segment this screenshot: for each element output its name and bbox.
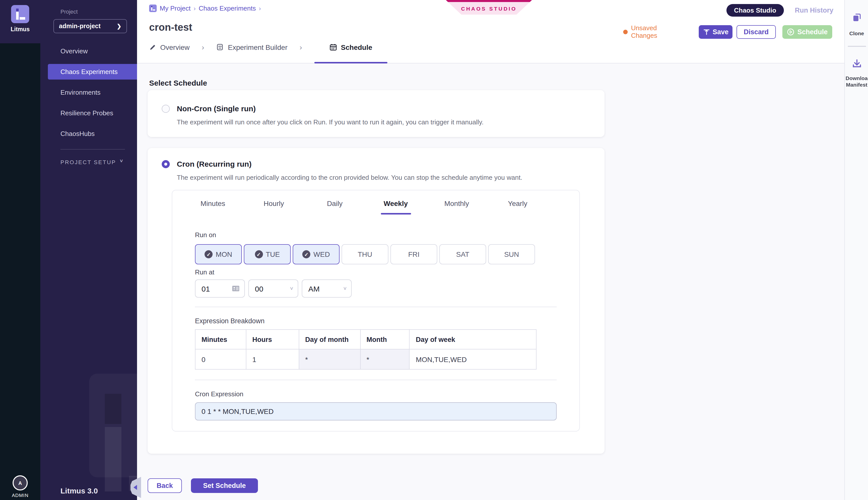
day-button-wed[interactable]: ✓ WED (293, 244, 340, 264)
expression-breakdown-table: Minutes Hours Day of month Month Day of … (195, 329, 537, 370)
cron-description: The experiment will run periodically acc… (177, 174, 522, 181)
freq-tab-yearly[interactable]: Yearly (487, 200, 548, 215)
freq-tab-monthly[interactable]: Monthly (426, 200, 487, 215)
litmus-mini-logo-icon (149, 4, 157, 12)
right-toolbar: Clone Download Manifest (844, 0, 868, 500)
download-manifest-label: Download Manifest (846, 75, 868, 88)
day-button-mon[interactable]: ✓ MON (195, 244, 242, 264)
unsaved-dot-icon (623, 30, 628, 34)
sidebar-nav: Overview Chaos Experiments Environments … (40, 43, 137, 147)
pencil-icon (149, 44, 156, 50)
freq-tab-hourly[interactable]: Hourly (243, 200, 304, 215)
sidebar-divider (60, 149, 125, 149)
brand-label: Litmus (0, 26, 40, 32)
select-schedule-heading: Select Schedule (149, 79, 207, 87)
col-header-month: Month (360, 330, 409, 349)
tab-label: Overview (160, 43, 190, 51)
hour-value: 01 (202, 284, 210, 293)
meridiem-select[interactable]: AM ˅ (302, 280, 352, 298)
breadcrumb: My Project › Chaos Experiments › (149, 4, 261, 12)
sidebar-item-resilience-probes[interactable]: Resilience Probes (40, 105, 137, 121)
chevron-right-icon: ❯ (117, 23, 121, 30)
sidebar-item-label: Environments (60, 89, 101, 96)
discard-label: Discard (744, 28, 768, 35)
back-label: Back (157, 482, 173, 489)
main-tabs: Overview › Experiment Builder › (149, 43, 387, 52)
avatar[interactable]: A (13, 475, 28, 490)
sidebar-item-label: ChaosHubs (60, 130, 95, 137)
sidebar-item-label: Chaos Experiments (60, 68, 117, 76)
day-button-fri[interactable]: ✓ FRI (391, 244, 437, 264)
builder-icon (216, 43, 224, 51)
sidebar-item-chaos-experiments[interactable]: Chaos Experiments (48, 64, 137, 80)
admin-label: ADMIN (0, 492, 40, 498)
sidebar-item-chaoshubs[interactable]: ChaosHubs (40, 126, 137, 141)
clone-label: Clone (849, 30, 864, 37)
toggle-chaos-studio[interactable]: Chaos Studio (726, 4, 784, 16)
sidebar-item-label: Overview (60, 47, 88, 55)
non-cron-radio[interactable] (162, 105, 170, 113)
non-cron-description: The experiment will run once after you c… (177, 118, 484, 126)
cron-expression-label: Cron Expression (195, 390, 243, 398)
main-content: Select Schedule Non-Cron (Single run) Th… (137, 63, 844, 500)
cron-expression-input[interactable]: 0 1 * * MON,TUE,WED (195, 402, 557, 420)
day-label: SAT (456, 250, 469, 258)
clone-button[interactable] (851, 12, 862, 23)
footer-actions: Back Set Schedule (148, 478, 258, 493)
litmus-logo-icon[interactable] (11, 5, 29, 23)
day-button-sat[interactable]: ✓ SAT (439, 244, 486, 264)
day-button-thu[interactable]: ✓ THU (341, 244, 388, 264)
day-label: THU (358, 250, 372, 258)
page-header: My Project › Chaos Experiments › CHAOS S… (137, 0, 844, 64)
freq-tab-weekly[interactable]: Weekly (365, 200, 426, 215)
schedule-top-label: Schedule (798, 28, 828, 35)
day-buttons: ✓ MON ✓ TUE ✓ WED ✓ THU (195, 244, 535, 264)
back-button[interactable]: Back (148, 478, 182, 493)
freq-tab-minutes[interactable]: Minutes (182, 200, 243, 215)
project-label: Project (60, 9, 78, 15)
run-at-label: Run at (195, 269, 214, 276)
freq-tab-label: Daily (327, 200, 342, 207)
freq-tab-label: Weekly (384, 200, 408, 207)
schedule-button-disabled[interactable]: Schedule (782, 25, 832, 38)
sidebar-item-environments[interactable]: Environments (40, 84, 137, 100)
save-button[interactable]: Save (699, 25, 733, 38)
toggle-run-history[interactable]: Run History (795, 7, 834, 14)
cron-card: Cron (Recurring run) The experiment will… (148, 148, 605, 454)
chevron-down-icon: ˅ (120, 158, 123, 164)
non-cron-title: Non-Cron (Single run) (177, 104, 256, 113)
chevron-down-icon: ˅ (343, 285, 347, 292)
cell-day-of-week: MON,TUE,WED (409, 349, 536, 370)
breadcrumb-my-project[interactable]: My Project (160, 4, 191, 12)
project-selector[interactable]: admin-project ❯ (53, 19, 127, 33)
hour-input[interactable]: 01 (195, 280, 245, 298)
day-label: MON (216, 250, 232, 258)
day-label: TUE (266, 250, 280, 258)
unsaved-label: Unsaved Changes (631, 24, 683, 39)
version-label: Litmus 3.0 (60, 486, 98, 495)
sidebar-item-overview[interactable]: Overview (40, 43, 137, 59)
discard-button[interactable]: Discard (737, 25, 776, 38)
day-label: FRI (408, 250, 419, 258)
check-circle-icon: ✓ (302, 250, 310, 258)
run-on-label: Run on (195, 231, 216, 239)
day-button-tue[interactable]: ✓ TUE (244, 244, 291, 264)
freq-tab-daily[interactable]: Daily (304, 200, 365, 215)
day-button-sun[interactable]: ✓ SUN (488, 244, 535, 264)
project-name: admin-project (59, 23, 101, 30)
project-setup-section[interactable]: PROJECT SETUP (60, 159, 116, 165)
table-row: 0 1 * * MON,TUE,WED (195, 349, 536, 370)
freq-tab-label: Minutes (201, 200, 225, 207)
hour-picker-icon (232, 285, 240, 292)
tab-schedule[interactable]: Schedule (314, 43, 387, 51)
unsaved-changes-status: Unsaved Changes (623, 24, 683, 39)
meridiem-value: AM (308, 284, 320, 293)
minute-select[interactable]: 00 ˅ (248, 280, 298, 298)
breadcrumb-chaos-experiments[interactable]: Chaos Experiments (199, 4, 256, 12)
download-manifest-button[interactable] (850, 58, 863, 70)
tab-experiment-builder[interactable]: Experiment Builder (216, 43, 288, 51)
tab-overview[interactable]: Overview (149, 43, 190, 51)
cron-radio[interactable] (162, 160, 170, 168)
set-schedule-button[interactable]: Set Schedule (191, 478, 258, 493)
divider (195, 307, 557, 307)
